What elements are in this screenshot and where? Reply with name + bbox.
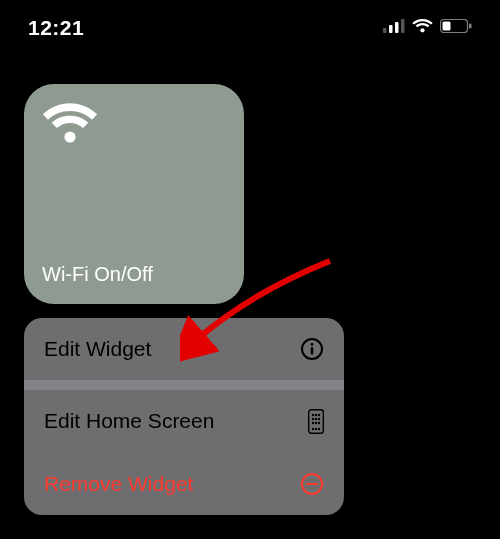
svg-rect-1 [389, 25, 393, 33]
cellular-signal-icon [383, 19, 405, 37]
remove-icon [300, 472, 324, 496]
battery-icon [440, 19, 472, 37]
menu-item-label: Edit Home Screen [44, 409, 214, 433]
menu-item-label: Edit Widget [44, 337, 151, 361]
svg-point-8 [64, 131, 75, 142]
svg-rect-11 [311, 347, 313, 355]
svg-rect-6 [443, 21, 451, 30]
svg-point-21 [318, 421, 320, 423]
svg-rect-2 [395, 22, 399, 33]
wifi-icon [42, 102, 226, 148]
wifi-widget[interactable]: Wi-Fi On/Off [24, 84, 244, 304]
svg-point-20 [315, 421, 317, 423]
menu-separator [24, 380, 344, 390]
svg-point-17 [315, 417, 317, 419]
menu-item-label: Remove Widget [44, 472, 193, 496]
status-icons [383, 19, 472, 37]
edit-widget-menu-item[interactable]: Edit Widget [24, 318, 344, 380]
status-bar: 12:21 [0, 0, 500, 55]
svg-point-16 [312, 417, 314, 419]
svg-point-10 [311, 343, 314, 346]
svg-rect-3 [401, 19, 405, 33]
svg-point-23 [315, 427, 317, 429]
status-time: 12:21 [28, 16, 84, 40]
widget-context-menu: Edit Widget Edit Home Screen [24, 318, 344, 515]
svg-rect-0 [383, 28, 387, 33]
svg-point-19 [312, 421, 314, 423]
svg-rect-7 [469, 23, 472, 28]
widget-label: Wi-Fi On/Off [42, 263, 226, 286]
apps-grid-icon [308, 409, 324, 434]
info-icon [300, 337, 324, 361]
svg-point-4 [420, 28, 424, 32]
svg-point-13 [312, 413, 314, 415]
wifi-icon [412, 19, 433, 37]
svg-point-18 [318, 417, 320, 419]
svg-point-22 [312, 427, 314, 429]
svg-point-24 [318, 427, 320, 429]
svg-point-15 [318, 413, 320, 415]
remove-widget-menu-item[interactable]: Remove Widget [24, 453, 344, 515]
svg-point-14 [315, 413, 317, 415]
edit-home-screen-menu-item[interactable]: Edit Home Screen [24, 390, 344, 452]
